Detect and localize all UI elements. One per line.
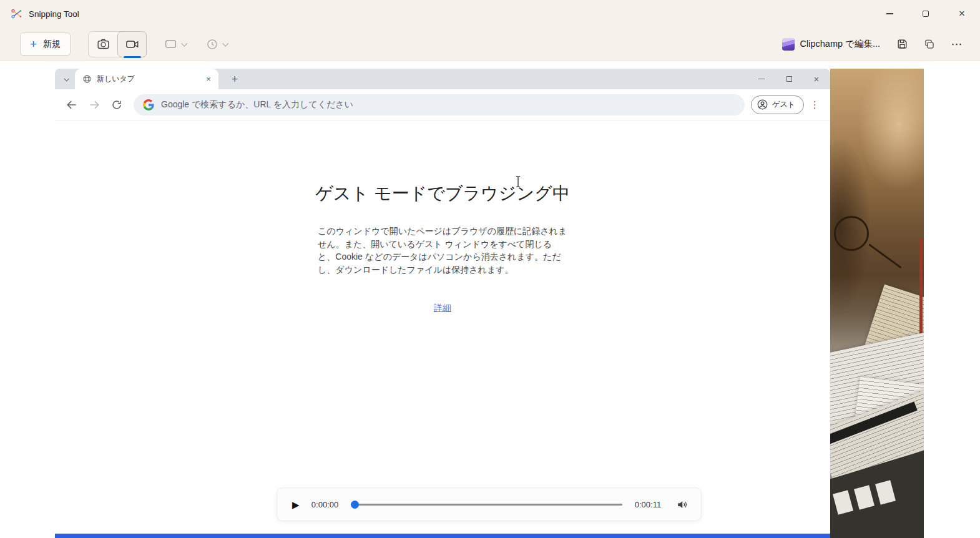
camera-icon (97, 37, 110, 51)
details-link[interactable]: 詳細 (434, 303, 451, 313)
desktop-photo (830, 69, 924, 538)
recording-preview: 新しいタブ × + × (55, 69, 924, 538)
maximize-icon (923, 11, 929, 17)
browser-minimize-button[interactable] (748, 69, 775, 89)
active-mode-indicator (124, 56, 141, 58)
browser-menu-button[interactable]: ⋮ (805, 94, 824, 115)
reload-button[interactable] (106, 94, 127, 115)
close-icon: × (814, 74, 820, 84)
more-icon: ⋯ (951, 37, 963, 51)
back-arrow-icon (66, 99, 78, 111)
toolbar-right-group: Clipchamp で編集... ⋯ (776, 33, 969, 56)
duration-time: 0:00:11 (632, 500, 664, 509)
tab-search-button[interactable] (60, 73, 72, 86)
app-title: Snipping Tool (29, 9, 79, 19)
page-description: このウィンドウで開いたページはブラウザの履歴に記録されません。また、開いているゲ… (318, 225, 567, 276)
google-g-icon (143, 99, 154, 110)
browser-tab[interactable]: 新しいタブ × (75, 69, 218, 89)
recorded-taskbar-strip (55, 534, 830, 538)
clipchamp-label: Clipchamp で編集... (800, 38, 880, 50)
capture-mode-group (88, 31, 147, 57)
back-button[interactable] (61, 94, 82, 115)
video-player-bar: ▶ 0:00:00 0:00:11 (277, 487, 702, 521)
browser-navbar: Google で検索するか、URL を入力してください ゲスト ⋮ (55, 89, 830, 120)
copy-icon (924, 39, 935, 50)
new-capture-button[interactable]: + 新規 (20, 32, 71, 56)
close-icon: × (959, 7, 965, 20)
player-progress-thumb[interactable] (351, 501, 359, 509)
window-controls: × (871, 0, 980, 27)
minimize-icon (886, 13, 893, 14)
save-button[interactable] (890, 33, 914, 56)
current-time: 0:00:00 (310, 500, 341, 509)
copy-button[interactable] (918, 33, 941, 56)
speaker-icon (676, 499, 688, 511)
more-options-button[interactable]: ⋯ (945, 33, 969, 56)
tab-close-icon[interactable]: × (203, 74, 213, 84)
snipping-tool-window: Snipping Tool × + 新規 (0, 0, 980, 538)
forward-arrow-icon (88, 99, 100, 111)
browser-maximize-button[interactable] (775, 69, 803, 89)
browser-close-button[interactable]: × (803, 69, 830, 89)
chevron-down-icon (64, 76, 69, 81)
person-circle-icon (757, 99, 768, 110)
glasses-arm (868, 243, 902, 268)
glasses-icon (834, 216, 869, 251)
reload-icon (111, 99, 122, 110)
save-icon (896, 38, 908, 50)
preview-area: 新しいタブ × + × (0, 61, 980, 538)
close-button[interactable]: × (944, 0, 980, 27)
new-tab-button[interactable]: + (227, 72, 242, 87)
clipchamp-edit-button[interactable]: Clipchamp で編集... (776, 34, 886, 54)
tab-strip: 新しいタブ × + × (55, 69, 830, 89)
maximize-icon (786, 76, 792, 82)
snip-shape-dropdown[interactable] (162, 34, 189, 54)
volume-button[interactable] (674, 499, 690, 511)
chevron-down-icon (181, 41, 187, 47)
omnibox[interactable]: Google で検索するか、URL を入力してください (134, 94, 745, 115)
chevron-down-icon (222, 41, 228, 47)
maximize-button[interactable] (908, 0, 944, 27)
titlebar: Snipping Tool × (0, 0, 980, 27)
rectangle-shape-icon (164, 37, 177, 51)
page-title: ゲスト モードでブラウジング中 (55, 120, 830, 205)
browser-window-controls: × (748, 69, 830, 89)
guest-profile-button[interactable]: ゲスト (751, 95, 804, 114)
minimize-icon (758, 79, 765, 79)
clock-icon (206, 38, 218, 51)
video-mode-button[interactable] (117, 31, 147, 57)
photo-mode-button[interactable] (89, 32, 118, 57)
tab-title: 新しいタブ (97, 74, 198, 84)
play-button[interactable]: ▶ (292, 500, 300, 509)
snipping-tool-logo-icon (10, 7, 22, 20)
minimize-button[interactable] (871, 0, 908, 27)
guest-mode-page: ゲスト モードでブラウジング中 このウィンドウで開いたページはブラウザの履歴に記… (55, 120, 830, 534)
globe-icon (82, 74, 92, 84)
guest-label: ゲスト (772, 99, 795, 110)
recorded-browser-window: 新しいタブ × + × (55, 69, 830, 534)
new-capture-label: 新規 (43, 39, 61, 50)
clipchamp-icon (782, 38, 795, 51)
link-row: 詳細 (55, 302, 830, 314)
plus-icon: + (30, 38, 37, 50)
seek-slider[interactable] (351, 499, 622, 509)
text-cursor-icon (515, 175, 521, 190)
omnibox-placeholder: Google で検索するか、URL を入力してください (161, 99, 353, 110)
delay-timer-dropdown[interactable] (203, 34, 230, 54)
videocam-icon (125, 37, 139, 51)
seek-track (351, 504, 622, 506)
forward-button[interactable] (84, 94, 105, 115)
snipping-toolbar: + 新規 (0, 27, 980, 61)
